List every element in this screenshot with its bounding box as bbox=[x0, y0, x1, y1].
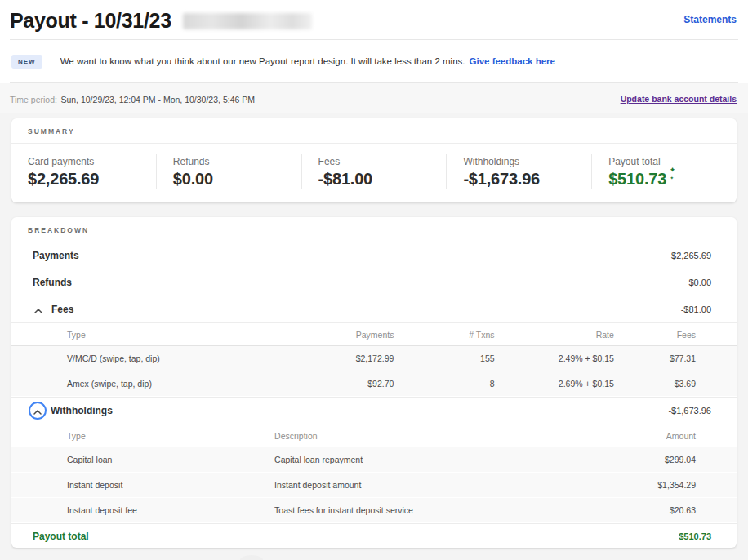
cell-fees: $77.31 bbox=[614, 353, 696, 363]
feedback-banner: NEW We want to know what you think about… bbox=[0, 40, 748, 82]
cell-fees: $3.69 bbox=[614, 379, 696, 389]
page-header: Payout - 10/31/23 Statements NEW We want… bbox=[0, 0, 748, 113]
summary-grid: Card payments $2,265.69 Refunds $0.00 Fe… bbox=[11, 144, 737, 202]
cell-payments: $2,172.99 bbox=[274, 353, 394, 363]
time-period-label: Time period: bbox=[10, 95, 57, 104]
cell-txns: 8 bbox=[394, 379, 494, 389]
summary-metric-refunds: Refunds $0.00 bbox=[156, 154, 301, 189]
row-label: Payments bbox=[33, 250, 79, 261]
statements-link[interactable]: Statements bbox=[683, 14, 737, 25]
cell-description: Toast fees for instant deposit service bbox=[274, 505, 570, 515]
breakdown-row-payments: Payments $2,265.69 bbox=[11, 242, 737, 269]
new-badge: NEW bbox=[11, 55, 42, 69]
cell-payments: $92.70 bbox=[274, 379, 394, 389]
summary-metric-card-payments: Card payments $2,265.69 bbox=[11, 154, 156, 189]
title-row: Payout - 10/31/23 Statements bbox=[0, 0, 748, 39]
metric-value: $510.73✦✦ bbox=[608, 170, 666, 189]
row-value: $2,265.69 bbox=[671, 251, 711, 260]
row-label: Refunds bbox=[33, 277, 72, 288]
sparkle-icon: ✦ bbox=[670, 167, 675, 174]
cell-rate: 2.69% + $0.15 bbox=[495, 379, 614, 389]
cell-type: Instant deposit fee bbox=[67, 505, 274, 515]
give-feedback-link[interactable]: Give feedback here bbox=[470, 56, 555, 66]
table-row: Capital loan Capital loan repayment $299… bbox=[11, 447, 737, 473]
cell-type: Instant deposit bbox=[67, 480, 274, 490]
row-label: Withholdings bbox=[51, 405, 113, 416]
row-value: $510.73 bbox=[679, 531, 711, 541]
fees-table: Type Payments # Txns Rate Fees V/MC/D (s… bbox=[11, 323, 737, 398]
cell-description: Capital loan repayment bbox=[274, 455, 570, 464]
metric-label: Refunds bbox=[173, 156, 285, 167]
summary-card: SUMMARY Card payments $2,265.69 Refunds … bbox=[11, 118, 737, 202]
metric-label: Withholdings bbox=[463, 156, 575, 167]
cell-rate: 2.49% + $0.15 bbox=[495, 353, 614, 363]
breakdown-row-refunds: Refunds $0.00 bbox=[11, 269, 737, 296]
withholdings-table: Type Description Amount Capital loan Cap… bbox=[11, 424, 737, 524]
withholdings-collapse-toggle[interactable] bbox=[29, 402, 47, 420]
summary-heading: SUMMARY bbox=[11, 118, 737, 144]
summary-metric-fees: Fees -$81.00 bbox=[301, 154, 447, 189]
metric-label: Payout total bbox=[608, 156, 720, 167]
table-row: Instant deposit Instant deposit amount $… bbox=[11, 473, 737, 498]
column-header: Description bbox=[274, 431, 570, 441]
cell-type: Capital loan bbox=[67, 455, 274, 464]
breakdown-row-withholdings: Withholdings -$1,673.96 bbox=[11, 398, 737, 424]
breakdown-row-payout-total: Payout total $510.73 bbox=[11, 524, 737, 548]
column-header: Rate bbox=[495, 330, 614, 340]
cell-type: V/MC/D (swipe, tap, dip) bbox=[67, 353, 274, 363]
breakdown-heading: BREAKDOWN bbox=[11, 217, 737, 242]
row-value: -$81.00 bbox=[681, 304, 711, 314]
metric-value: $2,265.69 bbox=[28, 170, 140, 189]
row-label: Fees bbox=[51, 304, 73, 315]
chevron-up-icon bbox=[33, 405, 42, 417]
column-header: # Txns bbox=[394, 330, 494, 340]
breakdown-card: BREAKDOWN Payments $2,265.69 Refunds $0.… bbox=[11, 217, 737, 548]
column-header: Payments bbox=[274, 330, 394, 340]
cell-amount: $1,354.29 bbox=[570, 480, 696, 490]
update-bank-link[interactable]: Update bank account details bbox=[621, 94, 737, 104]
cell-type: Amex (swipe, tap, dip) bbox=[67, 379, 274, 389]
column-header: Type bbox=[67, 431, 274, 441]
summary-metric-withholdings: Withholdings -$1,673.96 bbox=[446, 154, 591, 189]
cell-description: Instant deposit amount bbox=[274, 480, 570, 490]
metric-value: $0.00 bbox=[173, 170, 285, 189]
column-header: Fees bbox=[614, 330, 696, 340]
column-header: Amount bbox=[570, 431, 696, 441]
metric-label: Fees bbox=[318, 156, 430, 167]
redacted-merchant-name bbox=[183, 13, 312, 29]
withholdings-table-header: Type Description Amount bbox=[11, 424, 737, 447]
breakdown-row-fees: Fees -$81.00 bbox=[11, 296, 737, 323]
metric-value: -$1,673.96 bbox=[463, 170, 575, 189]
row-value: -$1,673.96 bbox=[668, 406, 711, 416]
metric-label: Card payments bbox=[28, 156, 140, 167]
metric-value: -$81.00 bbox=[318, 170, 430, 189]
table-row: Amex (swipe, tap, dip) $92.70 8 2.69% + … bbox=[11, 371, 737, 397]
table-row: Instant deposit fee Toast fees for insta… bbox=[11, 498, 737, 523]
table-row: V/MC/D (swipe, tap, dip) $2,172.99 155 2… bbox=[11, 346, 737, 371]
cell-txns: 155 bbox=[394, 353, 494, 363]
time-period: Time period: Sun, 10/29/23, 12:04 PM - M… bbox=[10, 91, 255, 106]
fees-collapse-toggle[interactable] bbox=[33, 304, 44, 315]
main-content: SUMMARY Card payments $2,265.69 Refunds … bbox=[0, 113, 748, 548]
time-period-value: Sun, 10/29/23, 12:04 PM - Mon, 10/30/23,… bbox=[60, 95, 255, 104]
payout-report-page: Payout - 10/31/23 Statements NEW We want… bbox=[0, 0, 748, 548]
row-value: $0.00 bbox=[688, 278, 711, 287]
period-row: Time period: Sun, 10/29/23, 12:04 PM - M… bbox=[0, 83, 748, 113]
fees-table-header: Type Payments # Txns Rate Fees bbox=[11, 323, 737, 346]
row-label: Payout total bbox=[33, 531, 89, 542]
sparkle-icon: ✦ bbox=[670, 176, 674, 180]
cell-amount: $299.04 bbox=[570, 455, 696, 464]
chat-bubble-peek bbox=[240, 555, 263, 560]
banner-message: We want to know what you think about our… bbox=[60, 56, 465, 66]
page-title: Payout - 10/31/23 bbox=[10, 9, 171, 33]
chevron-up-icon bbox=[34, 304, 42, 316]
column-header: Type bbox=[67, 330, 274, 340]
summary-metric-payout-total: Payout total $510.73✦✦ bbox=[591, 154, 737, 189]
cell-amount: $20.63 bbox=[570, 505, 696, 515]
